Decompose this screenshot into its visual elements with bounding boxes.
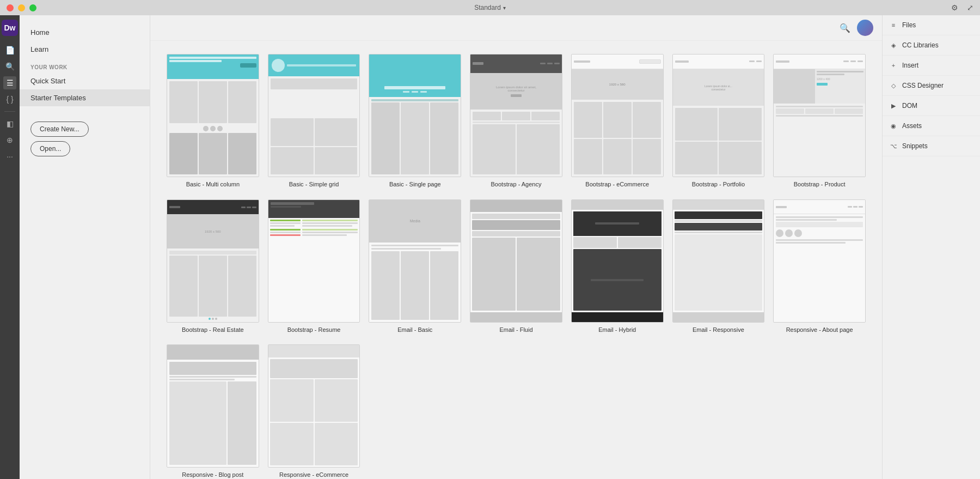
more-icon[interactable]: ··· [3, 150, 16, 163]
code-icon[interactable]: { } [3, 93, 16, 106]
template-item-bootstrap-portfolio[interactable]: Lorem ipsum dolor st...consectetur Boots… [672, 54, 765, 189]
template-item-bootstrap-real-estate[interactable]: 1920 x 500 [167, 199, 259, 334]
right-panel-files[interactable]: ≡ Files [883, 15, 980, 35]
open-button[interactable]: Open... [30, 141, 70, 156]
minimize-button[interactable] [18, 4, 25, 11]
template-thumb-basic-single-page [369, 54, 461, 177]
assets-label: Assets [902, 122, 922, 130]
sidebar-nav: Home Learn YOUR WORK Quick Start Starter… [20, 15, 150, 111]
template-grid: Basic - Multi column [167, 54, 866, 479]
insert-label: Insert [902, 62, 918, 69]
template-thumb-responsive-ecommerce [268, 344, 360, 468]
right-panel-snippets[interactable]: ⌥ Snippets [883, 136, 980, 156]
template-thumb-bootstrap-portfolio: Lorem ipsum dolor st...consectetur [672, 54, 765, 177]
template-label-email-responsive: Email - Responsive [672, 326, 765, 334]
dom-icon: ▶ [889, 101, 898, 110]
template-thumb-email-basic: Media [369, 199, 461, 323]
user-avatar[interactable] [857, 20, 873, 36]
template-item-email-basic[interactable]: Media Email - Basic [369, 199, 461, 334]
close-button[interactable] [7, 4, 14, 11]
title-text: Standard [474, 4, 501, 11]
right-panel-css-designer[interactable]: ◇ CSS Designer [883, 76, 980, 96]
settings-icon[interactable]: ⚙ [951, 3, 958, 12]
template-label-responsive-blog: Responsive - Blog post [167, 471, 259, 478]
template-item-basic-single-page[interactable]: Basic - Single page [369, 54, 461, 189]
template-thumb-email-hybrid [571, 199, 664, 323]
template-item-email-responsive[interactable]: Email - Responsive [672, 199, 765, 334]
cc-libraries-label: CC Libraries [902, 41, 939, 49]
template-item-basic-multi-column[interactable]: Basic - Multi column [167, 54, 259, 189]
template-thumb-bootstrap-agency: Lorem ipsum dolor sit amet,consectetur [470, 54, 562, 177]
sidebar-item-home[interactable]: Home [20, 24, 150, 41]
template-item-bootstrap-product[interactable]: 1200 x 400 [773, 54, 866, 189]
search-icon[interactable]: 🔍 [837, 20, 853, 35]
template-item-email-hybrid[interactable]: Email - Hybrid [571, 199, 664, 334]
home-panel-icon[interactable]: ☰ [3, 76, 16, 89]
main-header: 🔍 [150, 15, 882, 41]
titlebar: Standard ▾ ⚙ ⤢ [0, 0, 980, 15]
template-item-bootstrap-agency[interactable]: Lorem ipsum dolor sit amet,consectetur [470, 54, 562, 189]
assets-icon: ◉ [889, 122, 898, 130]
template-thumb-responsive-about [773, 199, 866, 323]
icon-bar: Dw 📄 🔍 ☰ { } ◧ ⊕ ··· [0, 15, 20, 479]
cc-libraries-icon: ◈ [889, 41, 898, 50]
template-item-responsive-about[interactable]: Responsive - About page [773, 199, 866, 334]
right-panel-insert[interactable]: + Insert [883, 56, 980, 76]
files-icon: ≡ [889, 21, 898, 29]
template-label-basic-single-page: Basic - Single page [369, 180, 461, 188]
template-thumb-email-fluid [470, 199, 562, 323]
css-designer-icon: ◇ [889, 81, 898, 90]
maximize-button[interactable] [29, 4, 36, 11]
file-icon[interactable]: 📄 [3, 44, 16, 57]
library-icon[interactable]: ⊕ [3, 134, 16, 147]
template-thumb-basic-multi-column [167, 54, 259, 177]
template-thumb-bootstrap-product: 1200 x 400 [773, 54, 866, 177]
template-thumb-email-responsive [672, 199, 765, 323]
files-label: Files [902, 21, 916, 29]
sidebar-item-quick-start[interactable]: Quick Start [20, 72, 150, 89]
icon-bar-divider [4, 111, 15, 112]
template-thumb-bootstrap-ecommerce: 1920 x 580 [571, 54, 664, 177]
template-label-email-fluid: Email - Fluid [470, 326, 562, 334]
template-label-responsive-about: Responsive - About page [773, 326, 866, 334]
dom-label: DOM [902, 102, 917, 110]
template-item-email-fluid[interactable]: Email - Fluid [470, 199, 562, 334]
search-panel-icon[interactable]: 🔍 [3, 60, 16, 73]
template-label-bootstrap-ecommerce: Bootstrap - eCommerce [571, 180, 664, 188]
template-item-bootstrap-ecommerce[interactable]: 1920 x 580 Bootstrap - eCommerce [571, 54, 664, 189]
snippets-label: Snippets [902, 142, 928, 150]
template-label-bootstrap-product: Bootstrap - Product [773, 180, 866, 188]
insert-icon: + [889, 61, 898, 70]
app-window: Dw 📄 🔍 ☰ { } ◧ ⊕ ··· Home Learn YOUR WOR… [0, 15, 980, 479]
template-label-bootstrap-portfolio: Bootstrap - Portfolio [672, 180, 765, 188]
template-item-basic-simple-grid[interactable]: Basic - Simple grid [268, 54, 360, 189]
template-label-email-basic: Email - Basic [369, 326, 461, 334]
right-panel: ≡ Files ◈ CC Libraries + Insert ◇ CSS De… [882, 15, 980, 479]
template-thumb-responsive-blog [167, 344, 259, 468]
create-new-button[interactable]: Create New... [30, 122, 89, 137]
template-thumb-basic-simple-grid [268, 54, 360, 177]
template-label-bootstrap-agency: Bootstrap - Agency [470, 180, 562, 188]
template-label-bootstrap-resume: Bootstrap - Resume [268, 326, 360, 334]
template-item-bootstrap-resume[interactable]: Bootstrap - Resume [268, 199, 360, 334]
snippets-icon: ⌥ [889, 142, 898, 150]
sidebar-actions: Create New... Open... [20, 111, 150, 167]
sidebar-item-starter-templates[interactable]: Starter Templates [20, 89, 150, 106]
template-thumb-bootstrap-resume [268, 199, 360, 323]
layers-icon[interactable]: ◧ [3, 117, 16, 130]
template-thumb-bootstrap-real-estate: 1920 x 500 [167, 199, 259, 323]
right-panel-assets[interactable]: ◉ Assets [883, 116, 980, 136]
title-dropdown-icon: ▾ [503, 5, 506, 11]
titlebar-right: ⚙ ⤢ [951, 3, 973, 12]
template-grid-container: Basic - Multi column [150, 41, 882, 479]
content-wrapper: 🔍 [150, 15, 882, 479]
template-label-basic-multi-column: Basic - Multi column [167, 180, 259, 188]
right-panel-dom[interactable]: ▶ DOM [883, 96, 980, 116]
expand-icon[interactable]: ⤢ [967, 3, 973, 12]
sidebar-item-learn[interactable]: Learn [20, 41, 150, 58]
right-panel-cc-libraries[interactable]: ◈ CC Libraries [883, 35, 980, 56]
window-title: Standard ▾ [474, 4, 506, 11]
template-label-email-hybrid: Email - Hybrid [571, 326, 664, 334]
template-item-responsive-ecommerce[interactable]: Responsive - eCommerce [268, 344, 360, 479]
template-item-responsive-blog[interactable]: Responsive - Blog post [167, 344, 259, 479]
